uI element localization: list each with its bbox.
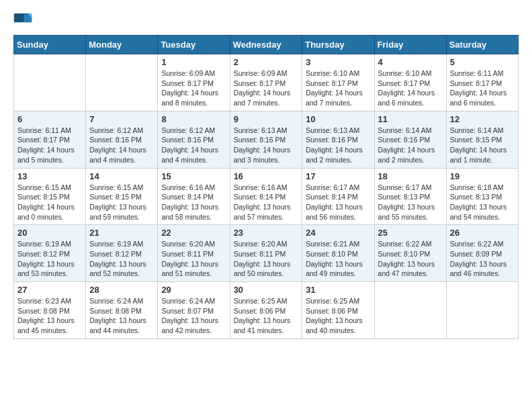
calendar-cell: 3Sunrise: 6:10 AM Sunset: 8:17 PM Daylig… — [302, 54, 374, 111]
calendar-week-row: 6Sunrise: 6:11 AM Sunset: 8:17 PM Daylig… — [14, 111, 519, 168]
day-info: Sunrise: 6:19 AM Sunset: 8:12 PM Dayligh… — [89, 239, 154, 279]
day-number: 11 — [378, 114, 443, 124]
calendar-cell: 1Sunrise: 6:09 AM Sunset: 8:17 PM Daylig… — [158, 54, 230, 111]
day-number: 29 — [161, 285, 226, 295]
calendar-cell: 16Sunrise: 6:16 AM Sunset: 8:14 PM Dayli… — [230, 168, 302, 225]
day-info: Sunrise: 6:12 AM Sunset: 8:16 PM Dayligh… — [161, 126, 226, 165]
calendar-cell: 18Sunrise: 6:17 AM Sunset: 8:13 PM Dayli… — [374, 168, 446, 225]
day-number: 26 — [450, 228, 515, 238]
calendar-cell: 12Sunrise: 6:14 AM Sunset: 8:15 PM Dayli… — [446, 111, 518, 168]
day-number: 8 — [161, 114, 226, 124]
calendar-cell: 21Sunrise: 6:19 AM Sunset: 8:12 PM Dayli… — [86, 225, 158, 282]
calendar-cell: 2Sunrise: 6:09 AM Sunset: 8:17 PM Daylig… — [230, 54, 302, 111]
calendar-cell: 9Sunrise: 6:13 AM Sunset: 8:16 PM Daylig… — [230, 111, 302, 168]
calendar-cell: 28Sunrise: 6:24 AM Sunset: 8:08 PM Dayli… — [86, 282, 158, 339]
day-info: Sunrise: 6:15 AM Sunset: 8:15 PM Dayligh… — [89, 183, 154, 222]
weekday-header-thursday: Thursday — [302, 36, 374, 54]
day-number: 12 — [450, 114, 515, 124]
weekday-header-tuesday: Tuesday — [158, 36, 230, 54]
weekday-header-saturday: Saturday — [446, 36, 518, 54]
day-info: Sunrise: 6:14 AM Sunset: 8:15 PM Dayligh… — [450, 126, 515, 165]
day-info: Sunrise: 6:20 AM Sunset: 8:11 PM Dayligh… — [161, 239, 226, 279]
calendar-cell — [86, 54, 158, 111]
day-info: Sunrise: 6:09 AM Sunset: 8:17 PM Dayligh… — [161, 68, 226, 108]
day-info: Sunrise: 6:13 AM Sunset: 8:16 PM Dayligh… — [306, 126, 370, 165]
weekday-header-wednesday: Wednesday — [230, 36, 302, 54]
page-header — [13, 13, 519, 28]
day-number: 21 — [89, 228, 154, 238]
calendar-cell: 10Sunrise: 6:13 AM Sunset: 8:16 PM Dayli… — [302, 111, 374, 168]
day-info: Sunrise: 6:18 AM Sunset: 8:13 PM Dayligh… — [450, 183, 515, 222]
calendar-cell: 14Sunrise: 6:15 AM Sunset: 8:15 PM Dayli… — [86, 168, 158, 225]
day-number: 6 — [17, 114, 82, 124]
calendar-cell: 7Sunrise: 6:12 AM Sunset: 8:16 PM Daylig… — [86, 111, 158, 168]
weekday-header-friday: Friday — [374, 36, 446, 54]
day-number: 30 — [234, 285, 299, 295]
calendar-cell: 22Sunrise: 6:20 AM Sunset: 8:11 PM Dayli… — [158, 225, 230, 282]
calendar-week-row: 13Sunrise: 6:15 AM Sunset: 8:15 PM Dayli… — [14, 168, 519, 225]
day-info: Sunrise: 6:19 AM Sunset: 8:12 PM Dayligh… — [17, 239, 82, 279]
day-info: Sunrise: 6:15 AM Sunset: 8:15 PM Dayligh… — [17, 183, 82, 222]
day-info: Sunrise: 6:14 AM Sunset: 8:16 PM Dayligh… — [378, 126, 443, 165]
day-info: Sunrise: 6:16 AM Sunset: 8:14 PM Dayligh… — [161, 183, 226, 222]
day-info: Sunrise: 6:09 AM Sunset: 8:17 PM Dayligh… — [234, 68, 299, 108]
day-number: 28 — [89, 285, 154, 295]
day-number: 22 — [161, 228, 226, 238]
day-number: 24 — [306, 228, 370, 238]
day-number: 5 — [450, 57, 515, 67]
calendar-cell: 25Sunrise: 6:22 AM Sunset: 8:10 PM Dayli… — [374, 225, 446, 282]
calendar-cell — [374, 282, 446, 339]
calendar-week-row: 20Sunrise: 6:19 AM Sunset: 8:12 PM Dayli… — [14, 225, 519, 282]
day-info: Sunrise: 6:11 AM Sunset: 8:17 PM Dayligh… — [17, 126, 82, 165]
calendar-cell: 20Sunrise: 6:19 AM Sunset: 8:12 PM Dayli… — [14, 225, 86, 282]
calendar-week-row: 27Sunrise: 6:23 AM Sunset: 8:08 PM Dayli… — [14, 282, 519, 339]
day-number: 10 — [306, 114, 370, 124]
calendar-cell — [14, 54, 86, 111]
day-number: 23 — [234, 228, 299, 238]
calendar-cell: 27Sunrise: 6:23 AM Sunset: 8:08 PM Dayli… — [14, 282, 86, 339]
day-number: 7 — [89, 114, 154, 124]
day-number: 9 — [234, 114, 299, 124]
calendar-header-row: SundayMondayTuesdayWednesdayThursdayFrid… — [14, 36, 519, 54]
calendar-cell: 19Sunrise: 6:18 AM Sunset: 8:13 PM Dayli… — [446, 168, 518, 225]
day-number: 19 — [450, 171, 515, 181]
day-info: Sunrise: 6:22 AM Sunset: 8:09 PM Dayligh… — [450, 239, 515, 279]
day-number: 18 — [378, 171, 443, 181]
day-info: Sunrise: 6:11 AM Sunset: 8:17 PM Dayligh… — [450, 68, 515, 108]
calendar-cell: 15Sunrise: 6:16 AM Sunset: 8:14 PM Dayli… — [158, 168, 230, 225]
day-info: Sunrise: 6:23 AM Sunset: 8:08 PM Dayligh… — [17, 296, 82, 336]
weekday-header-monday: Monday — [86, 36, 158, 54]
calendar-cell: 30Sunrise: 6:25 AM Sunset: 8:06 PM Dayli… — [230, 282, 302, 339]
day-number: 14 — [89, 171, 154, 181]
day-info: Sunrise: 6:24 AM Sunset: 8:07 PM Dayligh… — [161, 296, 226, 336]
calendar-cell — [446, 282, 518, 339]
day-info: Sunrise: 6:22 AM Sunset: 8:10 PM Dayligh… — [378, 239, 443, 279]
day-info: Sunrise: 6:24 AM Sunset: 8:08 PM Dayligh… — [89, 296, 154, 336]
logo — [13, 13, 35, 28]
calendar-cell: 11Sunrise: 6:14 AM Sunset: 8:16 PM Dayli… — [374, 111, 446, 168]
day-info: Sunrise: 6:25 AM Sunset: 8:06 PM Dayligh… — [306, 296, 370, 336]
day-info: Sunrise: 6:20 AM Sunset: 8:11 PM Dayligh… — [234, 239, 299, 279]
day-number: 16 — [234, 171, 299, 181]
logo-icon — [13, 13, 32, 28]
day-number: 27 — [17, 285, 82, 295]
calendar-cell: 6Sunrise: 6:11 AM Sunset: 8:17 PM Daylig… — [14, 111, 86, 168]
calendar-cell: 8Sunrise: 6:12 AM Sunset: 8:16 PM Daylig… — [158, 111, 230, 168]
day-info: Sunrise: 6:10 AM Sunset: 8:17 PM Dayligh… — [378, 68, 443, 108]
day-info: Sunrise: 6:10 AM Sunset: 8:17 PM Dayligh… — [306, 68, 370, 108]
calendar-cell: 17Sunrise: 6:17 AM Sunset: 8:14 PM Dayli… — [302, 168, 374, 225]
day-info: Sunrise: 6:16 AM Sunset: 8:14 PM Dayligh… — [234, 183, 299, 222]
day-number: 1 — [161, 57, 226, 67]
calendar-cell: 24Sunrise: 6:21 AM Sunset: 8:10 PM Dayli… — [302, 225, 374, 282]
day-number: 25 — [378, 228, 443, 238]
day-number: 17 — [306, 171, 370, 181]
day-info: Sunrise: 6:17 AM Sunset: 8:13 PM Dayligh… — [378, 183, 443, 222]
day-number: 2 — [234, 57, 299, 67]
weekday-header-sunday: Sunday — [14, 36, 86, 54]
calendar-cell: 13Sunrise: 6:15 AM Sunset: 8:15 PM Dayli… — [14, 168, 86, 225]
day-number: 15 — [161, 171, 226, 181]
calendar-cell: 5Sunrise: 6:11 AM Sunset: 8:17 PM Daylig… — [446, 54, 518, 111]
calendar-week-row: 1Sunrise: 6:09 AM Sunset: 8:17 PM Daylig… — [14, 54, 519, 111]
day-number: 4 — [378, 57, 443, 67]
day-info: Sunrise: 6:12 AM Sunset: 8:16 PM Dayligh… — [89, 126, 154, 165]
